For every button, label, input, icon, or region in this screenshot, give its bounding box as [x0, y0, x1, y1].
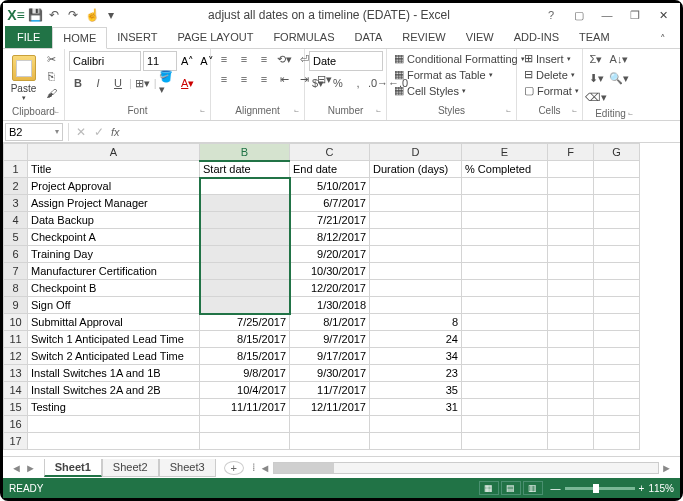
h-scroll-left-icon[interactable]: ◄: [258, 462, 273, 474]
cell[interactable]: 23: [370, 365, 462, 382]
cell[interactable]: Install Switches 1A and 1B: [28, 365, 200, 382]
cell[interactable]: [548, 331, 594, 348]
cell[interactable]: [370, 246, 462, 263]
cell-styles-button[interactable]: ▦ Cell Styles▾: [391, 83, 469, 98]
cell[interactable]: Checkpoint A: [28, 229, 200, 246]
cell[interactable]: [462, 229, 548, 246]
cell[interactable]: [462, 178, 548, 195]
zoom-in-button[interactable]: +: [639, 483, 645, 494]
next-sheet-icon[interactable]: ►: [25, 462, 36, 474]
cancel-formula-icon[interactable]: ✕: [72, 125, 90, 139]
cell[interactable]: 7/25/2017: [200, 314, 290, 331]
cell[interactable]: [28, 416, 200, 433]
cell[interactable]: 9/7/2017: [290, 331, 370, 348]
cell[interactable]: [200, 416, 290, 433]
format-as-table-button[interactable]: ▦ Format as Table▾: [391, 67, 496, 82]
cell[interactable]: [594, 416, 640, 433]
fx-icon[interactable]: fx: [111, 126, 120, 138]
fill-color-icon[interactable]: 🪣▾: [159, 75, 177, 91]
delete-cells-button[interactable]: ⊟Delete▾: [521, 67, 578, 82]
insert-cells-button[interactable]: ⊞Insert▾: [521, 51, 574, 66]
cell[interactable]: 9/8/2017: [200, 365, 290, 382]
font-color-icon[interactable]: A▾: [179, 75, 197, 91]
maximize-button[interactable]: ❐: [622, 6, 648, 24]
bold-icon[interactable]: B: [69, 75, 87, 91]
inc-decimal-icon[interactable]: .0→: [369, 75, 387, 91]
cell[interactable]: [594, 280, 640, 297]
cell[interactable]: [548, 178, 594, 195]
cell[interactable]: [548, 314, 594, 331]
cell[interactable]: [370, 178, 462, 195]
cell[interactable]: [594, 178, 640, 195]
row-header-17[interactable]: 17: [4, 433, 28, 450]
cell[interactable]: [370, 229, 462, 246]
cell[interactable]: 6/7/2017: [290, 195, 370, 212]
cell[interactable]: [370, 195, 462, 212]
cell[interactable]: [462, 416, 548, 433]
cell[interactable]: [594, 263, 640, 280]
underline-icon[interactable]: U: [109, 75, 127, 91]
cell[interactable]: [462, 195, 548, 212]
cell[interactable]: [548, 416, 594, 433]
zoom-slider[interactable]: [565, 487, 635, 490]
percent-icon[interactable]: %: [329, 75, 347, 91]
cell[interactable]: [462, 433, 548, 450]
tab-add-ins[interactable]: ADD-INS: [504, 26, 569, 48]
number-format-select[interactable]: [309, 51, 383, 71]
cell[interactable]: [594, 229, 640, 246]
add-sheet-button[interactable]: +: [224, 461, 244, 475]
cell[interactable]: [200, 229, 290, 246]
cell[interactable]: Assign Project Manager: [28, 195, 200, 212]
zoom-out-button[interactable]: —: [551, 483, 561, 494]
excel-icon[interactable]: X≡: [7, 6, 25, 24]
cell[interactable]: 35: [370, 382, 462, 399]
clear-icon[interactable]: ⌫▾: [587, 89, 605, 105]
cell[interactable]: [594, 212, 640, 229]
cell[interactable]: [594, 399, 640, 416]
close-button[interactable]: ✕: [650, 6, 676, 24]
cell[interactable]: Checkpoint B: [28, 280, 200, 297]
cell[interactable]: [548, 212, 594, 229]
align-middle-icon[interactable]: ≡: [235, 51, 253, 67]
row-header-14[interactable]: 14: [4, 382, 28, 399]
page-layout-button[interactable]: ▤: [501, 481, 521, 495]
format-cells-button[interactable]: ▢Format▾: [521, 83, 582, 98]
cell[interactable]: [594, 195, 640, 212]
row-header-11[interactable]: 11: [4, 331, 28, 348]
cell[interactable]: [200, 246, 290, 263]
cell[interactable]: [462, 399, 548, 416]
paste-button[interactable]: Paste ▾: [7, 51, 40, 105]
cell[interactable]: Start date: [200, 161, 290, 178]
h-scrollbar[interactable]: [273, 462, 660, 474]
cell[interactable]: 34: [370, 348, 462, 365]
cell[interactable]: [200, 297, 290, 314]
tab-team[interactable]: TEAM: [569, 26, 620, 48]
file-tab[interactable]: FILE: [5, 26, 52, 48]
spreadsheet-grid[interactable]: ABCDEFG1TitleStart dateEnd dateDuration …: [3, 143, 680, 456]
tab-insert[interactable]: INSERT: [107, 26, 167, 48]
cell[interactable]: [548, 229, 594, 246]
cell[interactable]: [594, 161, 640, 178]
collapse-ribbon-icon[interactable]: ˄: [650, 30, 676, 48]
column-header-F[interactable]: F: [548, 144, 594, 161]
font-name-select[interactable]: [69, 51, 141, 71]
row-header-16[interactable]: 16: [4, 416, 28, 433]
cell[interactable]: Testing: [28, 399, 200, 416]
cell[interactable]: [370, 416, 462, 433]
cell[interactable]: [462, 365, 548, 382]
cell[interactable]: [462, 212, 548, 229]
column-header-C[interactable]: C: [290, 144, 370, 161]
cell[interactable]: 9/30/2017: [290, 365, 370, 382]
cell[interactable]: [594, 382, 640, 399]
currency-icon[interactable]: $▾: [309, 75, 327, 91]
column-header-G[interactable]: G: [594, 144, 640, 161]
cell[interactable]: Sign Off: [28, 297, 200, 314]
cell[interactable]: [200, 263, 290, 280]
save-icon[interactable]: 💾: [26, 6, 44, 24]
cell[interactable]: [594, 433, 640, 450]
page-break-button[interactable]: ▥: [523, 481, 543, 495]
cell[interactable]: Duration (days): [370, 161, 462, 178]
column-header-E[interactable]: E: [462, 144, 548, 161]
cell[interactable]: End date: [290, 161, 370, 178]
enter-formula-icon[interactable]: ✓: [90, 125, 108, 139]
